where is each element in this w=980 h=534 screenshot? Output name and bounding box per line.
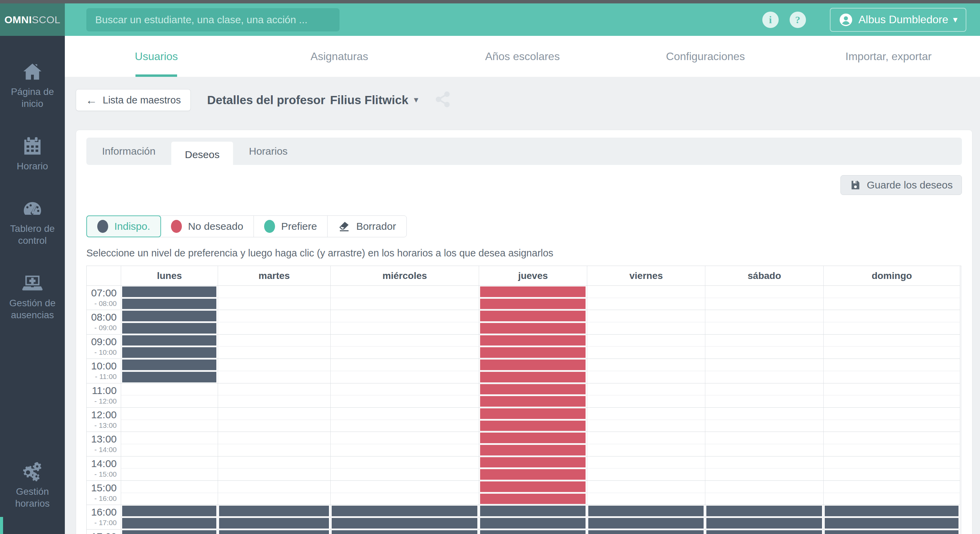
schedule-cell[interactable] <box>218 286 331 298</box>
schedule-cell[interactable] <box>218 444 331 456</box>
schedule-cell[interactable] <box>824 347 960 359</box>
schedule-cell[interactable] <box>705 335 824 347</box>
schedule-cell[interactable] <box>218 335 331 347</box>
schedule-cell[interactable] <box>824 335 960 347</box>
schedule-cell[interactable] <box>824 517 960 529</box>
schedule-cell[interactable] <box>587 335 705 347</box>
help-icon[interactable]: ? <box>790 11 806 28</box>
schedule-cell[interactable] <box>479 505 587 517</box>
schedule-cell[interactable] <box>218 529 331 534</box>
schedule-cell[interactable] <box>479 408 587 420</box>
schedule-cell[interactable] <box>824 432 960 444</box>
schedule-cell[interactable] <box>587 383 705 396</box>
schedule-cell[interactable] <box>824 493 960 505</box>
schedule-cell[interactable] <box>121 408 218 420</box>
schedule-cell[interactable] <box>331 469 479 481</box>
schedule-cell[interactable] <box>824 310 960 322</box>
schedule-cell[interactable] <box>587 529 705 534</box>
schedule-cell[interactable] <box>121 493 218 505</box>
schedule-cell[interactable] <box>479 432 587 444</box>
tab-importar-exportar[interactable]: Importar, exportar <box>797 36 980 77</box>
schedule-cell[interactable] <box>587 347 705 359</box>
schedule-cell[interactable] <box>218 371 331 383</box>
schedule-cell[interactable] <box>121 335 218 347</box>
schedule-cell[interactable] <box>331 347 479 359</box>
schedule-cell[interactable] <box>824 395 960 408</box>
sidebar-item-gestion-horarios[interactable]: Gestión horarios <box>0 449 65 509</box>
schedule-cell[interactable] <box>587 517 705 529</box>
schedule-cell[interactable] <box>331 529 479 534</box>
schedule-cell[interactable] <box>331 517 479 529</box>
schedule-cell[interactable] <box>479 420 587 432</box>
legend-prefiere[interactable]: Prefiere <box>254 216 328 237</box>
schedule-cell[interactable] <box>705 383 824 396</box>
tab-asignaturas[interactable]: Asignaturas <box>248 36 431 77</box>
legend-no-deseado[interactable]: No deseado <box>161 216 254 237</box>
schedule-cell[interactable] <box>121 517 218 529</box>
schedule-cell[interactable] <box>824 322 960 335</box>
sidebar-item-admin[interactable]: Admin. <box>0 523 65 534</box>
schedule-cell[interactable] <box>331 408 479 420</box>
schedule-cell[interactable] <box>587 505 705 517</box>
schedule-cell[interactable] <box>479 395 587 408</box>
schedule-cell[interactable] <box>705 420 824 432</box>
schedule-cell[interactable] <box>218 420 331 432</box>
schedule-cell[interactable] <box>705 298 824 310</box>
info-icon[interactable]: i <box>762 11 779 28</box>
schedule-cell[interactable] <box>705 322 824 335</box>
schedule-cell[interactable] <box>479 371 587 383</box>
schedule-cell[interactable] <box>218 310 331 322</box>
schedule-cell[interactable] <box>824 286 960 298</box>
schedule-cell[interactable] <box>705 505 824 517</box>
schedule-cell[interactable] <box>587 408 705 420</box>
schedule-cell[interactable] <box>705 359 824 371</box>
schedule-cell[interactable] <box>218 469 331 481</box>
schedule-cell[interactable] <box>121 371 218 383</box>
schedule-cell[interactable] <box>218 493 331 505</box>
schedule-cell[interactable] <box>587 310 705 322</box>
schedule-cell[interactable] <box>121 383 218 396</box>
schedule-cell[interactable] <box>705 469 824 481</box>
schedule-cell[interactable] <box>218 456 331 469</box>
schedule-cell[interactable] <box>479 517 587 529</box>
teacher-dropdown-caret[interactable]: ▼ <box>412 96 420 104</box>
schedule-cell[interactable] <box>121 444 218 456</box>
schedule-cell[interactable] <box>479 444 587 456</box>
schedule-cell[interactable] <box>121 298 218 310</box>
schedule-cell[interactable] <box>331 444 479 456</box>
schedule-cell[interactable] <box>331 322 479 335</box>
schedule-cell[interactable] <box>331 335 479 347</box>
schedule-cell[interactable] <box>218 395 331 408</box>
schedule-cell[interactable] <box>121 322 218 335</box>
schedule-cell[interactable] <box>331 310 479 322</box>
tab-usuarios[interactable]: Usuarios <box>65 36 248 77</box>
schedule-cell[interactable] <box>218 481 331 493</box>
schedule-cell[interactable] <box>331 298 479 310</box>
schedule-cell[interactable] <box>479 456 587 469</box>
schedule-cell[interactable] <box>121 395 218 408</box>
tab-configuraciones[interactable]: Configuraciones <box>614 36 797 77</box>
schedule-cell[interactable] <box>218 432 331 444</box>
schedule-cell[interactable] <box>479 335 587 347</box>
schedule-cell[interactable] <box>824 444 960 456</box>
schedule-cell[interactable] <box>705 371 824 383</box>
schedule-cell[interactable] <box>331 286 479 298</box>
tab-horarios[interactable]: Horarios <box>233 138 303 165</box>
tab-informacion[interactable]: Información <box>86 138 171 165</box>
search-input[interactable] <box>86 8 339 32</box>
schedule-cell[interactable] <box>587 469 705 481</box>
schedule-cell[interactable] <box>331 395 479 408</box>
schedule-cell[interactable] <box>587 444 705 456</box>
schedule-cell[interactable] <box>705 444 824 456</box>
schedule-cell[interactable] <box>824 529 960 534</box>
schedule-cell[interactable] <box>331 456 479 469</box>
schedule-cell[interactable] <box>824 359 960 371</box>
schedule-cell[interactable] <box>587 493 705 505</box>
schedule-cell[interactable] <box>331 481 479 493</box>
legend-borrador[interactable]: Borrador <box>328 216 406 237</box>
schedule-cell[interactable] <box>824 505 960 517</box>
schedule-cell[interactable] <box>121 432 218 444</box>
sidebar-item-ausencias[interactable]: Gestión de ausencias <box>0 260 65 321</box>
schedule-cell[interactable] <box>331 432 479 444</box>
schedule-cell[interactable] <box>121 359 218 371</box>
